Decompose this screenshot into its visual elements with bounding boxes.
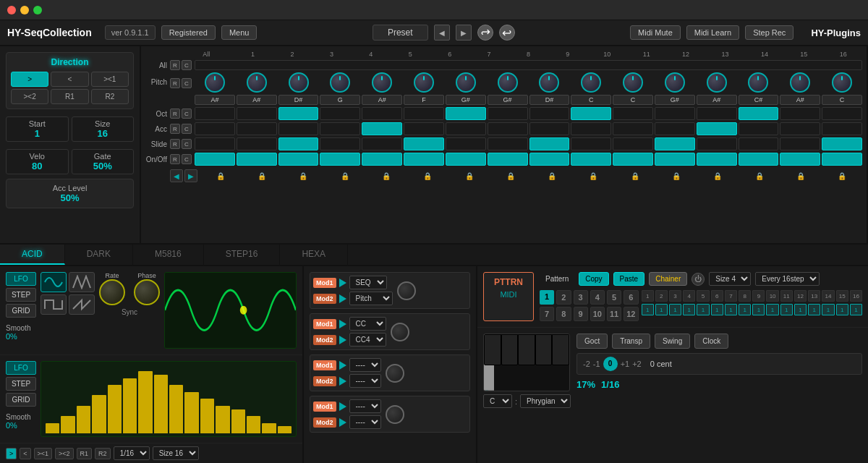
mod1-select-1[interactable]: SEQ — [349, 276, 387, 289]
pitch-knob-15-control[interactable] — [790, 72, 810, 93]
onoff-step-3[interactable] — [278, 153, 319, 166]
lfo-mode-grid-button[interactable]: GRID — [6, 304, 36, 318]
mod2-play-2[interactable] — [339, 336, 346, 344]
patt-num-2[interactable]: 2 — [556, 290, 571, 305]
lock-2[interactable]: 🔒 — [242, 169, 281, 182]
note-select[interactable]: C D — [483, 394, 512, 408]
chain-val-10[interactable]: 1 — [766, 304, 778, 315]
lock-11[interactable]: 🔒 — [615, 169, 655, 182]
bar-1[interactable] — [46, 423, 59, 433]
lock-8[interactable]: 🔒 — [490, 169, 530, 182]
acc-step-16[interactable] — [822, 122, 862, 135]
slide-step-8[interactable] — [488, 137, 528, 150]
pitch-c-button[interactable]: C — [182, 78, 192, 88]
lock-13[interactable]: 🔒 — [698, 169, 738, 182]
mod1-play-4[interactable] — [339, 402, 346, 411]
all-r-button[interactable]: R — [170, 60, 180, 70]
acc-step-1[interactable] — [195, 122, 235, 135]
oct-step-11[interactable] — [613, 107, 653, 120]
mod2-select-2[interactable]: CC4 — [349, 333, 386, 347]
onoff-step-12[interactable] — [655, 153, 695, 166]
seq-prev-button[interactable]: ◀ — [170, 169, 183, 182]
lock-15[interactable]: 🔒 — [780, 169, 820, 182]
acc-step-11[interactable] — [613, 122, 653, 135]
patt-num-3[interactable]: 3 — [574, 290, 588, 305]
bar-6[interactable] — [123, 378, 137, 433]
oct-c-button[interactable]: C — [182, 109, 192, 119]
oct-step-9[interactable] — [529, 107, 570, 120]
oct-step-10[interactable] — [571, 107, 611, 120]
slide-step-5[interactable] — [362, 137, 402, 150]
pitch-knob-10-control[interactable] — [581, 72, 601, 93]
chain-val-3[interactable]: 1 — [669, 304, 681, 315]
close-button[interactable] — [7, 6, 16, 14]
wave-triangle-button[interactable] — [69, 272, 95, 292]
dir-r1-button[interactable]: R1 — [51, 89, 88, 104]
slide-step-10[interactable] — [571, 137, 611, 150]
mod2-select-1[interactable]: Pitch — [349, 292, 393, 305]
chain-val-11[interactable]: 1 — [780, 304, 793, 315]
onoff-step-15[interactable] — [780, 153, 820, 166]
undo-button[interactable]: ↩ — [477, 25, 493, 41]
bar-7[interactable] — [138, 371, 152, 433]
pitch-knob-8-control[interactable] — [498, 72, 518, 93]
white-key-b[interactable] — [493, 334, 494, 391]
mod1-select-3[interactable]: ---- — [349, 358, 381, 372]
onoff-step-5[interactable] — [362, 153, 402, 166]
onoff-step-13[interactable] — [697, 153, 737, 166]
slide-c-button[interactable]: C — [182, 139, 192, 149]
phase-knob[interactable] — [134, 279, 160, 305]
onoff-step-14[interactable] — [739, 153, 779, 166]
patt-num-12[interactable]: 12 — [624, 307, 638, 321]
onoff-step-2[interactable] — [237, 153, 277, 166]
chain-val-6[interactable]: 1 — [711, 304, 723, 315]
lock-16[interactable]: 🔒 — [822, 169, 862, 182]
mod1-play-3[interactable] — [339, 361, 346, 370]
swing-button[interactable]: Swing — [655, 334, 690, 349]
onoff-step-7[interactable] — [446, 153, 486, 166]
mod-knob-1[interactable] — [397, 281, 416, 300]
acc-step-3[interactable] — [278, 122, 319, 135]
acc-step-12[interactable] — [655, 122, 695, 135]
slide-step-2[interactable] — [237, 137, 277, 150]
oct-step-8[interactable] — [488, 107, 528, 120]
slide-r-button[interactable]: R — [170, 139, 180, 149]
every-16step-select[interactable]: Every 16step Every 8step — [755, 272, 820, 286]
clock-button[interactable]: Clock — [694, 334, 728, 349]
onoff-r-button[interactable]: R — [170, 154, 180, 164]
lock-1[interactable]: 🔒 — [200, 169, 240, 182]
acc-c-button[interactable]: C — [182, 124, 192, 134]
preset-next-button[interactable]: ▶ — [456, 25, 472, 41]
patt-num-1[interactable]: 1 — [540, 290, 554, 305]
bar-16[interactable] — [278, 426, 292, 433]
acc-step-15[interactable] — [780, 122, 820, 135]
mod-knob-4[interactable] — [386, 405, 404, 424]
lock-4[interactable]: 🔒 — [325, 169, 365, 182]
pitch-knob-6-control[interactable] — [414, 72, 434, 93]
oct-step-2[interactable] — [237, 107, 277, 120]
seq-next-button[interactable]: ▶ — [184, 169, 197, 182]
scale-select[interactable]: Phrygian Major Minor — [520, 394, 571, 408]
transp-plus2[interactable]: +2 — [632, 360, 642, 368]
oct-r-button[interactable]: R — [170, 109, 180, 119]
slide-step-16[interactable] — [822, 137, 862, 150]
pitch-knob-4-control[interactable] — [330, 72, 350, 93]
bar-2[interactable] — [61, 416, 75, 433]
chain-val-13[interactable]: 1 — [808, 304, 820, 315]
redo-button[interactable]: ↩ — [499, 25, 515, 41]
acc-step-13[interactable] — [697, 122, 737, 135]
transp-minus2[interactable]: -2 — [583, 360, 590, 368]
mod2-play-3[interactable] — [339, 377, 346, 386]
patt-num-11[interactable]: 11 — [607, 307, 621, 321]
interval-select[interactable]: 1/16 1/8 1/4 — [114, 446, 150, 460]
onoff-step-16[interactable] — [822, 153, 862, 166]
lock-14[interactable]: 🔒 — [739, 169, 779, 182]
onoff-step-9[interactable] — [529, 153, 570, 166]
chain-val-14[interactable]: 1 — [822, 304, 834, 315]
wave-sine-button[interactable] — [41, 272, 67, 292]
lfo-mode2-step-button[interactable]: STEP — [6, 377, 36, 391]
slide-step-15[interactable] — [780, 137, 820, 150]
onoff-step-10[interactable] — [571, 153, 611, 166]
slide-step-14[interactable] — [739, 137, 779, 150]
bar-10[interactable] — [184, 392, 198, 433]
